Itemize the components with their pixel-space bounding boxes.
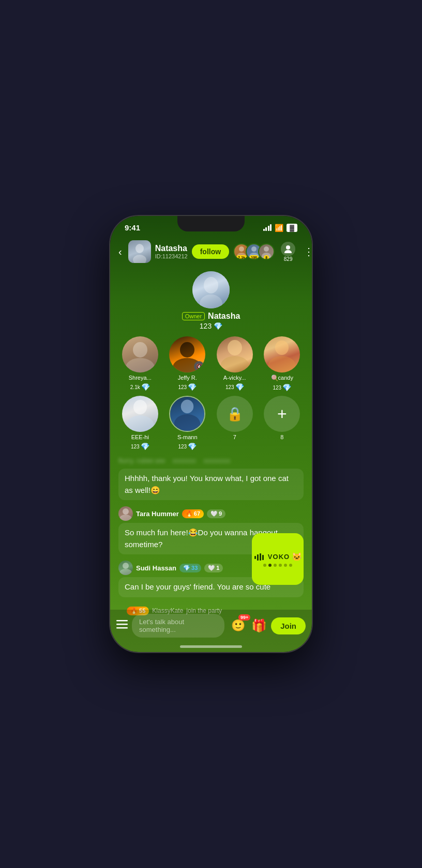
voko-card[interactable]: VOKO 🐱: [252, 533, 304, 585]
user-slot-eeehi[interactable]: EEE-hi 123 💎: [118, 396, 162, 451]
slot-number-7: 7: [233, 434, 236, 440]
user-avatar-avicky: [217, 336, 253, 373]
owner-label-row: Owner Natasha: [182, 312, 240, 321]
notification-badge: 99+: [238, 614, 250, 621]
user-score-jeffy: 123 💎: [178, 383, 197, 391]
svg-point-9: [284, 250, 292, 253]
mini-avatar-3[interactable]: 8: [258, 243, 275, 260]
person-icon: [281, 242, 295, 256]
user-avatar-jeffy: 🔇: [169, 336, 205, 373]
user-score-eeehi: 123 💎: [131, 442, 149, 451]
heart-badge-sudi: 🤍 1: [204, 564, 223, 572]
svg-rect-30: [260, 553, 261, 561]
locked-slot-7: 🔒: [217, 396, 253, 432]
user-slot-shreya[interactable]: Shreya... 2.1k 💎: [118, 336, 162, 392]
blurred-message: flurry. rubier.ww xxxxxxx xxxxxxxx: [118, 457, 304, 464]
owner-tag: Owner: [182, 312, 205, 320]
join-button[interactable]: Join: [271, 617, 306, 634]
svg-point-26: [123, 563, 129, 569]
user-slot-jeffy[interactable]: 🔇 Jeffy R. 123 💎: [166, 336, 209, 392]
user-slot-candy[interactable]: 🍭candy 123 💎: [261, 336, 304, 392]
voko-cat-icon: 🐱: [292, 552, 302, 562]
diamond-badge-sudi: 💎 33: [179, 564, 201, 572]
svg-point-4: [251, 246, 257, 252]
more-options-button[interactable]: ⋮: [299, 243, 312, 260]
svg-rect-28: [254, 556, 256, 559]
heart-badge-tara: 🤍 9: [207, 509, 225, 518]
svg-point-8: [286, 245, 290, 250]
follower-count-group: 829: [281, 242, 295, 262]
header-username: Natasha: [155, 244, 188, 253]
svg-point-1: [133, 255, 146, 263]
svg-point-18: [275, 340, 289, 355]
user-avatar-smann: [169, 396, 205, 432]
back-button[interactable]: ‹: [116, 244, 124, 260]
avatar-badge-2: 100: [249, 255, 259, 260]
svg-point-16: [228, 340, 242, 355]
svg-rect-29: [257, 554, 259, 561]
user-slot-8[interactable]: + 8: [261, 396, 304, 451]
follow-button[interactable]: follow: [192, 244, 229, 259]
svg-rect-32: [116, 620, 128, 622]
svg-point-2: [239, 246, 244, 252]
avatar-badge-1: 2.1k: [236, 255, 247, 260]
emoji-icon: 🙂: [231, 619, 245, 632]
voko-sound-icon: [253, 552, 266, 561]
header-avatar[interactable]: [128, 240, 151, 263]
menu-button[interactable]: [116, 620, 128, 632]
chat-username-sudi: Sudi Hassan: [136, 564, 176, 572]
user-name-jeffy: Jeffy R.: [178, 375, 197, 381]
user-slot-avicky[interactable]: A-vicky... 123 💎: [213, 336, 257, 392]
header: ‹ Natasha ID:11234212 follow: [110, 236, 312, 267]
svg-point-20: [133, 400, 147, 414]
avatar-silhouette: [132, 242, 147, 263]
user-name-shreya: Shreya...: [129, 375, 152, 381]
svg-point-14: [180, 342, 194, 358]
user-slot-7[interactable]: 🔒 7: [213, 396, 257, 451]
svg-point-13: [126, 358, 155, 373]
owner-score-value: 123: [200, 322, 212, 330]
user-avatar-candy: [264, 336, 300, 373]
svg-rect-31: [262, 555, 264, 560]
voko-dots: [263, 564, 292, 567]
chat-user-row-tara: Tara Hummer 🔥 67 🤍 9: [118, 506, 304, 521]
wifi-icon: 📶: [275, 224, 283, 232]
flame-badge-tara: 🔥 67: [182, 509, 204, 518]
owner-silhouette: [198, 275, 224, 308]
chat-avatar-tara[interactable]: [118, 506, 133, 521]
scroll-content: Owner Natasha 123 💎: [110, 267, 312, 652]
owner-section: Owner Natasha 123 💎: [110, 267, 312, 336]
user-name-smann: S-mann: [177, 434, 198, 440]
battery-icon: ▓: [287, 224, 297, 232]
user-avatar-shreya: [122, 336, 158, 373]
gift-button[interactable]: 🎁: [251, 618, 267, 633]
home-indicator: [180, 645, 242, 648]
owner-name: Natasha: [208, 312, 240, 321]
chat-input[interactable]: Let's talk about something...: [132, 614, 224, 638]
user-name-avicky: A-vicky...: [223, 375, 246, 381]
owner-avatar[interactable]: [192, 271, 230, 308]
user-avatar-eeehi: [122, 396, 158, 432]
chat-avatar-sudi[interactable]: [118, 561, 133, 575]
user-name-eeehi: EEE-hi: [131, 434, 149, 440]
svg-point-22: [181, 400, 194, 413]
emoji-button[interactable]: 🙂 99+: [229, 616, 247, 635]
svg-point-24: [123, 508, 129, 515]
svg-point-25: [119, 515, 132, 521]
header-info: Natasha ID:11234212: [155, 244, 188, 259]
mini-avatars-group: 2.1k 100: [233, 243, 275, 260]
add-slot-8: +: [264, 396, 300, 432]
user-score-candy: 123 💎: [273, 383, 291, 392]
slot-number-8: 8: [280, 434, 283, 440]
svg-point-27: [119, 569, 132, 575]
signal-icon: [263, 224, 272, 231]
svg-point-11: [200, 295, 222, 308]
svg-point-10: [204, 277, 218, 293]
user-score-smann: 123 💎: [178, 442, 197, 451]
chat-message-1: Hhhhh, thank you! You know what, I got o…: [118, 469, 304, 500]
time-display: 9:41: [125, 223, 140, 232]
phone-screen: 9:41 📶 ▓ ‹: [110, 216, 312, 652]
user-slot-smann[interactable]: S-mann 123 💎: [166, 396, 209, 451]
svg-point-23: [174, 414, 201, 431]
status-icons: 📶 ▓: [263, 224, 297, 232]
